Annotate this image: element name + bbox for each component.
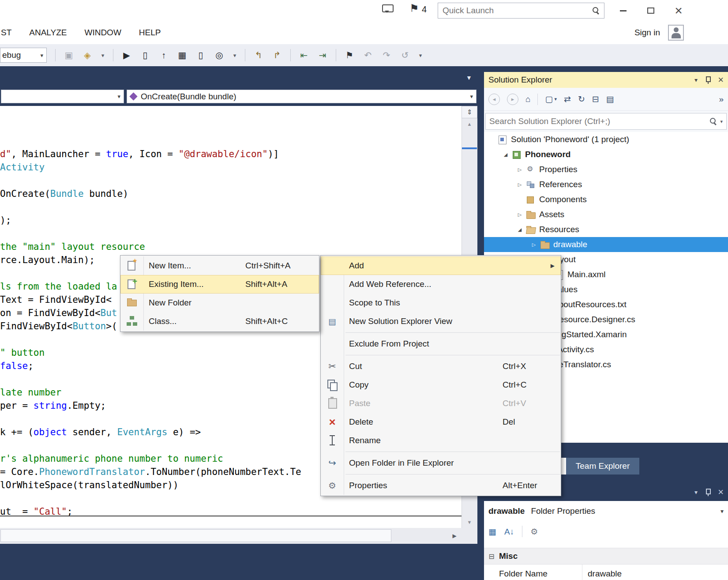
user-avatar-icon[interactable] (668, 25, 684, 41)
context-menu-item-properties[interactable]: ⚙PropertiesAlt+Enter (321, 476, 561, 495)
type-dropdown[interactable]: ▾ (1, 90, 124, 103)
tree-item-properties[interactable]: ▷Properties (484, 162, 728, 177)
collapse-category-icon[interactable]: ⊟ (487, 552, 496, 561)
clear-bookmarks-icon[interactable]: ↺ (398, 51, 412, 60)
scroll-up-icon[interactable]: ▲ (462, 120, 477, 128)
sync-with-active-document-icon[interactable]: ⇄ (564, 95, 571, 103)
menu-item-test[interactable]: ST (0, 28, 20, 38)
tree-item-components[interactable]: Components (484, 192, 728, 207)
image-icon[interactable]: ▦ (176, 51, 189, 60)
preview-selected-items-icon[interactable]: ▤ (606, 95, 614, 103)
pending-changes-filter-icon[interactable]: ▢▾ (545, 95, 556, 103)
context-menu-item-delete[interactable]: ×DeleteDel (321, 413, 561, 431)
solution-explorer-title-bar[interactable]: Solution Explorer ▾ × (484, 72, 728, 88)
member-dropdown[interactable]: OnCreate(Bundle bundle) ▾ (127, 90, 477, 103)
alphabetical-icon[interactable]: A↓ (504, 527, 514, 536)
property-pages-icon[interactable]: ⚙ (530, 527, 538, 536)
expanded-arrow-icon[interactable]: ◢ (500, 152, 511, 158)
phone-deploy-icon[interactable]: ▯ (139, 51, 152, 60)
expanded-arrow-icon[interactable]: ◢ (514, 227, 525, 233)
device-icon[interactable]: ▯ (194, 51, 207, 60)
home-icon[interactable]: ⌂ (525, 95, 530, 103)
properties-object-dropdown[interactable]: drawable Folder Properties ▾ (484, 501, 728, 521)
toolbar-overflow-icon[interactable]: ▾ (231, 53, 238, 58)
forward-icon[interactable]: ▸ (507, 94, 518, 105)
feedback-icon[interactable] (382, 4, 394, 12)
menu-item-window[interactable]: WINDOW (75, 28, 130, 38)
context-menu-item-scope-to-this[interactable]: Scope to This (321, 294, 561, 312)
categorized-icon[interactable]: ▦ (488, 527, 496, 536)
submenu-item-existing-item[interactable]: Existing Item...Shift+Alt+A (120, 275, 319, 294)
find-icon[interactable]: ◈ (81, 51, 94, 60)
scroll-down-icon[interactable]: ▼ (462, 518, 477, 526)
context-menu-item-rename[interactable]: Rename (321, 431, 561, 450)
menu-item-help[interactable]: HELP (130, 28, 170, 38)
publish-icon[interactable]: ↑ (157, 51, 170, 60)
context-menu-item-new-solution-explorer-view[interactable]: ▤New Solution Explorer View (321, 312, 561, 331)
context-menu-item-open-folder-in-file-explorer[interactable]: ↪Open Folder in File Explorer (321, 454, 561, 472)
submenu-item-class[interactable]: Class...Shift+Alt+C (120, 312, 319, 331)
search-options-icon[interactable]: ▾ (720, 119, 723, 124)
tree-item-phoneword[interactable]: ◢Phoneword (484, 147, 728, 162)
context-menu-item-cut[interactable]: ✂CutCtrl+X (321, 357, 561, 376)
debug-target-dropdown[interactable]: ebug ▾ (0, 48, 47, 63)
window-position-icon[interactable]: ▾ (694, 489, 698, 496)
pin-icon[interactable] (704, 488, 711, 496)
navigate-up-icon[interactable]: ↰ (252, 51, 265, 60)
horizontal-scrollbar-thumb[interactable] (0, 529, 391, 542)
minimize-button[interactable] (614, 2, 632, 19)
toolbar-overflow-icon[interactable]: ▾ (417, 53, 424, 58)
maximize-button[interactable] (642, 2, 660, 19)
target-icon[interactable]: ◎ (213, 51, 226, 60)
bookmark-icon[interactable]: ⚑ (343, 51, 356, 60)
property-value[interactable]: drawable (582, 565, 622, 580)
collapsed-arrow-icon[interactable]: ▷ (514, 212, 525, 218)
window-position-icon[interactable]: ▾ (694, 76, 698, 83)
notifications-flag-icon[interactable]: ⚑ (409, 2, 419, 15)
close-icon[interactable]: × (718, 486, 724, 498)
next-bookmark-icon[interactable]: ↷ (380, 51, 393, 60)
tab-team-explorer[interactable]: Team Explorer (566, 458, 639, 475)
search-icon[interactable] (709, 117, 718, 126)
scroll-right-icon[interactable]: ▶ (447, 528, 462, 544)
property-category-row[interactable]: ⊟ Misc (484, 548, 728, 565)
save-icon[interactable]: ▣ (62, 51, 75, 60)
close-icon[interactable]: × (718, 74, 724, 86)
context-menu-item-add-web-reference[interactable]: Add Web Reference... (321, 275, 561, 294)
tree-item-drawable[interactable]: ▷drawable (484, 237, 728, 252)
refresh-icon[interactable]: ↻ (578, 95, 585, 103)
close-button[interactable]: × (670, 2, 687, 19)
context-menu-item-exclude-from-project[interactable]: Exclude From Project (321, 335, 561, 353)
collapsed-arrow-icon[interactable]: ▷ (514, 182, 525, 188)
horizontal-scrollbar[interactable]: ▶ (0, 528, 477, 544)
tree-item-resources[interactable]: ◢Resources (484, 222, 728, 237)
outdent-icon[interactable]: ⇤ (297, 51, 311, 60)
submenu-item-new-item[interactable]: New Item...Ctrl+Shift+A (120, 256, 319, 275)
sign-in-link[interactable]: Sign in (627, 28, 668, 38)
previous-bookmark-icon[interactable]: ↶ (361, 51, 375, 60)
collapsed-arrow-icon[interactable]: ▷ (528, 242, 540, 248)
collapse-all-icon[interactable]: ⊟ (592, 95, 599, 103)
editor-splitter-handle[interactable]: ⇕ (462, 106, 477, 118)
back-icon[interactable]: ◂ (488, 94, 500, 105)
navigate-into-icon[interactable]: ↱ (270, 51, 284, 60)
menu-item-analyze[interactable]: ANALYZE (20, 28, 75, 38)
toolbar-overflow-icon[interactable]: ▾ (99, 53, 106, 58)
quick-launch-box[interactable] (438, 3, 604, 19)
submenu-item-new-folder[interactable]: New Folder (120, 294, 319, 312)
start-icon[interactable]: ▶ (120, 51, 133, 60)
context-menu-item-copy[interactable]: CopyCtrl+C (321, 376, 561, 394)
indent-icon[interactable]: ⇥ (316, 51, 329, 60)
context-menu-item-paste[interactable]: PasteCtrl+V (321, 394, 561, 413)
document-dropdown-icon[interactable]: ▼ (466, 74, 472, 81)
pin-icon[interactable] (704, 76, 711, 84)
context-menu-item-add[interactable]: Add▶ (321, 256, 561, 275)
search-box[interactable]: ▾ (485, 113, 727, 130)
tree-item-references[interactable]: ▷References (484, 177, 728, 192)
toolbar-overflow-icon[interactable]: » (719, 95, 724, 103)
search-input[interactable] (486, 117, 709, 126)
tree-item-solution-phoneword-1-project[interactable]: Solution 'Phoneword' (1 project) (484, 132, 728, 147)
quick-launch-input[interactable] (438, 6, 592, 15)
tree-item-assets[interactable]: ▷Assets (484, 207, 728, 222)
collapsed-arrow-icon[interactable]: ▷ (514, 167, 525, 173)
